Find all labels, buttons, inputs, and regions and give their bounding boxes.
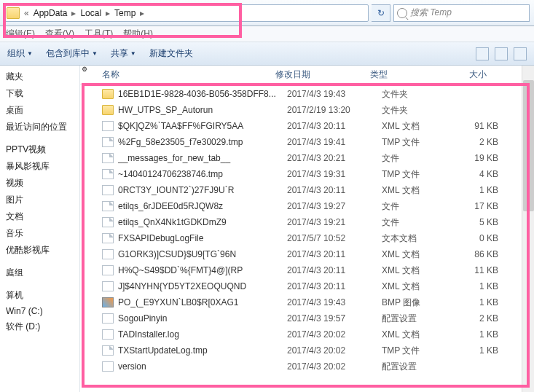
file-name: %2Fg_58e23505_f7e30029.tmp: [118, 137, 287, 147]
file-size: 1 KB: [455, 297, 506, 307]
nav-computer[interactable]: 算机: [1, 287, 78, 304]
cfg-icon: [102, 361, 114, 372]
menu-tools[interactable]: 工具(T): [85, 28, 113, 40]
crumb-local[interactable]: Local: [79, 8, 103, 18]
col-name[interactable]: 名称: [102, 68, 275, 81]
file-date: 2017/4/3 19:43: [287, 297, 382, 307]
file-list-pane: 名称 修改日期 类型 大小 16EB1D1E-9828-4036-B056-35…: [80, 66, 534, 392]
nav-recent[interactable]: 最近访问的位置: [1, 119, 78, 136]
file-type: XML 文档: [382, 264, 455, 277]
file-row[interactable]: H%Q~S49$DD`%{FMT}4@](RP2017/4/3 20:11XML…: [80, 262, 534, 278]
nav-drive-d[interactable]: 软件 (D:): [1, 318, 78, 335]
search-placeholder: 搜索 Temp: [410, 7, 452, 19]
folder-icon: [102, 89, 114, 99]
nav-desktop[interactable]: 桌面: [1, 102, 78, 119]
file-type: 文件夹: [382, 104, 455, 117]
file-type: 文件: [382, 216, 455, 229]
file-type: XML 文档: [382, 329, 455, 341]
file-name: 16EB1D1E-9828-4036-B056-358DFF8...: [118, 89, 287, 99]
nav-documents[interactable]: 文档: [1, 208, 78, 225]
file-type: TMP 文件: [382, 136, 455, 149]
search-input[interactable]: 搜索 Temp: [393, 4, 530, 22]
share-button[interactable]: 共享▼: [111, 47, 136, 60]
refresh-button[interactable]: ↻: [372, 4, 390, 22]
file-size: 2 KB: [455, 313, 506, 324]
breadcrumb[interactable]: « AppData ▸ Local ▸ Temp ▸: [4, 4, 369, 22]
scrollbar[interactable]: [522, 66, 534, 392]
file-icon: [102, 153, 114, 163]
xml-icon: [102, 329, 114, 340]
column-headers: 名称 修改日期 类型 大小: [80, 66, 534, 85]
file-row[interactable]: etilqs_QnX4Nk1tGDKDmZ92017/4/3 19:21文件5 …: [80, 214, 534, 230]
nav-drive-c[interactable]: Win7 (C:): [1, 304, 78, 318]
file-name: G1ORK3)]CSUD}$U9[TG`96N: [118, 249, 287, 259]
help-button[interactable]: [514, 47, 527, 60]
file-date: 2017/4/3 20:11: [287, 121, 382, 131]
file-date: 2017/4/3 19:41: [287, 137, 382, 147]
folder-icon: [7, 7, 20, 19]
file-row[interactable]: HW_UTPS_SP_Autorun2017/2/19 13:20文件夹: [80, 102, 534, 118]
file-row[interactable]: $QK]QZ%`TAA$FF%FGIRY5AA2017/4/3 20:11XML…: [80, 118, 534, 134]
file-name: ~14040124706238746.tmp: [118, 169, 287, 179]
scrollbar-thumb[interactable]: [523, 80, 534, 211]
file-type: XML 文档: [382, 248, 455, 261]
file-icon: [102, 137, 114, 147]
file-type: 配置设置: [382, 313, 455, 325]
organize-button[interactable]: 组织▼: [7, 47, 33, 60]
file-date: 2017/4/3 20:02: [287, 329, 382, 340]
file-type: TMP 文件: [382, 168, 455, 181]
crumb-appdata[interactable]: AppData: [32, 8, 69, 18]
file-row[interactable]: TADInstaller.log2017/4/3 20:02XML 文档1 KB: [80, 326, 534, 342]
nav-downloads[interactable]: 下载: [1, 85, 78, 102]
crumb-temp[interactable]: Temp: [113, 8, 137, 18]
col-type[interactable]: 类型: [370, 68, 443, 81]
col-date[interactable]: 修改日期: [275, 68, 370, 81]
file-row[interactable]: G1ORK3)]CSUD}$U9[TG`96N2017/4/3 20:11XML…: [80, 246, 534, 262]
file-icon: [102, 233, 114, 243]
file-row[interactable]: PO_(_E9YXUN`LB0$R[0XAG12017/4/3 19:43BMP…: [80, 294, 534, 310]
file-name: etilqs_6rJDEE0d5RJQW8z: [118, 201, 287, 211]
new-folder-button[interactable]: 新建文件夹: [149, 47, 193, 60]
file-row[interactable]: 16EB1D1E-9828-4036-B056-358DFF8...2017/4…: [80, 86, 534, 102]
file-row[interactable]: __messages_for_new_tab__2017/4/3 20:21文件…: [80, 150, 534, 166]
file-row[interactable]: TXStartUpdateLog.tmp2017/4/3 20:02TMP 文件…: [80, 342, 534, 358]
file-row[interactable]: version2017/4/3 20:02配置设置: [80, 358, 534, 375]
file-size: 1 KB: [455, 281, 506, 291]
col-size[interactable]: 大小: [443, 68, 494, 81]
view-options-button[interactable]: [476, 47, 489, 60]
file-size: 17 KB: [455, 201, 506, 211]
nav-videos[interactable]: 视频: [1, 175, 78, 192]
nav-pane: 藏夹 下载 桌面 最近访问的位置 PPTV视频 暴风影视库 视频 图片 文档 音…: [0, 66, 80, 392]
nav-youku[interactable]: 优酷影视库: [1, 242, 78, 259]
file-row[interactable]: FXSAPIDebugLogFile2017/5/7 10:52文本文档0 KB: [80, 230, 534, 246]
nav-baofeng[interactable]: 暴风影视库: [1, 158, 78, 175]
file-row[interactable]: SogouPinyin2017/4/3 19:57配置设置2 KB: [80, 310, 534, 326]
include-library-button[interactable]: 包含到库中▼: [46, 47, 98, 60]
file-icon: [102, 169, 114, 179]
file-row[interactable]: ~14040124706238746.tmp2017/4/3 19:31TMP …: [80, 166, 534, 182]
file-type: 文本文档: [382, 232, 455, 245]
file-name: HW_UTPS_SP_Autorun: [118, 105, 287, 115]
chevron-down-icon: ▼: [92, 50, 98, 57]
nav-music[interactable]: 音乐: [1, 225, 78, 242]
file-type: XML 文档: [382, 184, 455, 197]
nav-pptv[interactable]: PPTV视频: [1, 141, 78, 158]
file-size: 1 KB: [455, 185, 506, 195]
nav-homegroup[interactable]: 庭组: [1, 264, 78, 281]
file-row[interactable]: %2Fg_58e23505_f7e30029.tmp2017/4/3 19:41…: [80, 134, 534, 150]
menu-help[interactable]: 帮助(H): [123, 28, 153, 40]
menu-edit[interactable]: 编辑(E): [6, 28, 35, 40]
bmp-icon: [102, 297, 114, 307]
file-size: 1 KB: [455, 329, 506, 340]
file-row[interactable]: etilqs_6rJDEE0d5RJQW8z2017/4/3 19:27文件17…: [80, 198, 534, 214]
address-bar: « AppData ▸ Local ▸ Temp ▸ ↻ 搜索 Temp: [0, 0, 534, 26]
file-date: 2017/4/3 19:57: [287, 313, 382, 324]
file-date: 2017/4/3 19:21: [287, 217, 382, 227]
file-row[interactable]: J]$4NYHN{YD5YT2XEOQUQND2017/4/3 20:11XML…: [80, 278, 534, 294]
nav-pictures[interactable]: 图片: [1, 192, 78, 208]
nav-favorites[interactable]: 藏夹: [1, 68, 78, 85]
file-row[interactable]: 0RCT3Y_IOUNT2`)27FJ9U`R2017/4/3 20:11XML…: [80, 182, 534, 198]
menu-view[interactable]: 查看(V): [45, 28, 74, 40]
file-name: etilqs_QnX4Nk1tGDKDmZ9: [118, 217, 287, 227]
preview-pane-button[interactable]: [495, 47, 508, 60]
